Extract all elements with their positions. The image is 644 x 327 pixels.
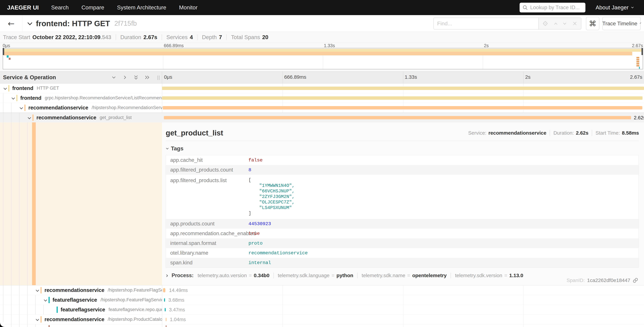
span-bar[interactable] <box>165 308 166 312</box>
span-bar[interactable] <box>163 106 642 110</box>
keyboard-shortcuts-button[interactable]: ⌘ <box>586 17 599 30</box>
chevron-down-icon[interactable] <box>36 288 39 292</box>
chevron-down-icon[interactable] <box>36 318 39 321</box>
indent-guide <box>3 295 3 305</box>
indent-guide <box>11 314 12 324</box>
find-box <box>434 18 538 30</box>
span-row-get-product-list-selected[interactable]: recommendationservice get_product_list 2… <box>0 113 644 122</box>
operation-name: featureflagservice.repo.query:fe... <box>108 307 162 312</box>
nav-item-compare[interactable]: Compare <box>82 4 104 11</box>
span-row-productcatalog[interactable]: recommendationservice /hipstershop.Produ… <box>0 314 644 324</box>
span-bar[interactable] <box>166 318 166 321</box>
tag-row[interactable]: app.products.count 44530923 <box>166 219 638 229</box>
collapse-all-icon[interactable] <box>133 74 139 80</box>
nav-item-monitor[interactable]: Monitor <box>179 4 198 11</box>
span-rows-top: frontend HTTP GET frontend grpc.hipsters… <box>0 84 644 122</box>
trace-lookup-input[interactable] <box>530 4 583 10</box>
tree-controls <box>111 74 150 80</box>
indent-guide <box>19 324 20 327</box>
trace-view-selector[interactable]: Trace Timeline <box>602 17 641 30</box>
span-row-partial[interactable] <box>0 324 644 327</box>
operation-name: /hipstershop.RecommendationService/Lis..… <box>92 105 162 110</box>
nav-item-search[interactable]: Search <box>51 4 69 11</box>
span-row-frontend-grpc[interactable]: frontend grpc.hipstershop.Recommendation… <box>0 93 644 103</box>
window-corner <box>0 322 5 327</box>
span-row-frontend-http-get[interactable]: frontend HTTP GET <box>0 84 644 93</box>
tag-value: proto <box>248 241 262 246</box>
span-row-featureflag-parent[interactable]: recommendationservice /hipstershop.Featu… <box>0 285 644 295</box>
tags-section-toggle[interactable]: Tags <box>166 145 639 152</box>
expand-one-icon[interactable] <box>122 74 128 80</box>
span-bar[interactable] <box>162 86 644 90</box>
tag-key: app.products.count <box>166 221 248 227</box>
chevron-down-icon <box>640 22 641 24</box>
indent-guide <box>3 285 3 295</box>
nav-menu: Search Compare System Architecture Monit… <box>51 4 198 11</box>
indent-guide <box>27 122 28 285</box>
find-tools <box>538 18 582 30</box>
column-resizer-handle[interactable] <box>158 76 160 80</box>
span-duration-label: 3.47ms <box>169 307 185 312</box>
find-next-icon[interactable] <box>563 22 566 24</box>
trace-services: Services 4 <box>162 34 197 40</box>
minimap-span-bar <box>636 57 639 58</box>
span-bar[interactable] <box>166 325 166 327</box>
tag-row[interactable]: app.recommendation.cache_enabled true <box>166 229 638 238</box>
chevron-down-icon[interactable] <box>44 298 47 302</box>
locate-span-icon[interactable] <box>542 21 548 26</box>
collapse-one-icon[interactable] <box>111 74 117 80</box>
find-prev-icon[interactable] <box>554 23 557 26</box>
indent-guide <box>11 305 12 314</box>
chevron-down-icon[interactable] <box>12 96 15 100</box>
back-button[interactable]: ← <box>0 15 22 32</box>
ruler-label: 1.33s <box>405 74 417 80</box>
tag-row[interactable]: internal.span.format proto <box>166 238 638 248</box>
service-color-strip <box>32 114 34 121</box>
about-jaeger-menu[interactable]: About Jaeger <box>596 0 633 15</box>
indent-guide <box>27 295 28 305</box>
about-jaeger-label: About Jaeger <box>596 4 628 11</box>
chevron-down-icon[interactable] <box>20 106 23 109</box>
span-row-featureflag-repo-query[interactable]: featureflagservice featureflagservice.re… <box>0 305 644 314</box>
clear-find-icon[interactable] <box>572 21 577 26</box>
minimap-left-scrubber[interactable] <box>3 48 4 55</box>
expand-all-icon[interactable] <box>144 74 150 80</box>
operation-name: /hipstershop.ProductCatalogSer... <box>108 317 162 322</box>
trace-id: 2f715fb <box>114 20 137 27</box>
tag-row[interactable]: otel.library.name recommendationservice <box>166 248 638 258</box>
jaeger-trace-page: JAEGER UI Search Compare System Architec… <box>0 0 644 327</box>
tag-row[interactable]: app.filtered_products.list [ "1YMWWN1N4O… <box>166 175 638 219</box>
divider <box>450 272 451 278</box>
deep-link-icon[interactable] <box>632 278 638 283</box>
find-input[interactable] <box>437 20 535 27</box>
nav-item-system-architecture[interactable]: System Architecture <box>117 4 166 11</box>
span-bar[interactable] <box>163 288 165 292</box>
tag-row[interactable]: span.kind internal <box>166 258 638 268</box>
span-bar[interactable] <box>164 298 165 302</box>
collapse-trace-icon[interactable] <box>28 20 32 25</box>
span-duration-label: 14.49ms <box>169 288 188 293</box>
chevron-down-icon[interactable] <box>28 116 31 119</box>
tag-row[interactable]: app.filtered_products.count 8 <box>166 165 638 175</box>
span-row-recommendation-list[interactable]: recommendationservice /hipstershop.Recom… <box>0 103 644 113</box>
span-bar[interactable] <box>164 116 631 119</box>
tag-row[interactable]: app.cache_hit false <box>166 155 638 165</box>
service-name: recommendationservice <box>44 316 104 322</box>
tag-value: recommendationservice <box>248 250 308 256</box>
tick-label: 0μs <box>3 43 10 48</box>
span-bar[interactable] <box>162 96 642 100</box>
divider <box>357 272 358 278</box>
process-kv: telemetry.sdk.version = 1.13.0 <box>455 272 523 278</box>
service-name: recommendationservice <box>44 287 104 293</box>
service-color-strip <box>32 122 36 285</box>
minimap-right-scrubber[interactable] <box>642 48 643 55</box>
minimap-span-bar <box>4 52 632 56</box>
app-logo[interactable]: JAEGER UI <box>7 4 39 11</box>
operation-name: grpc.hipstershop.RecommendationService/L… <box>45 95 162 100</box>
service-name: featureflagservice <box>52 297 97 303</box>
trace-view-label: Trace Timeline <box>602 20 638 27</box>
chevron-down-icon[interactable] <box>4 86 7 90</box>
span-row-featureflag-getflag[interactable]: featureflagservice /hipstershop.FeatureF… <box>0 295 644 305</box>
minimap-span-bar <box>636 65 639 66</box>
minimap-canvas[interactable] <box>3 48 643 69</box>
